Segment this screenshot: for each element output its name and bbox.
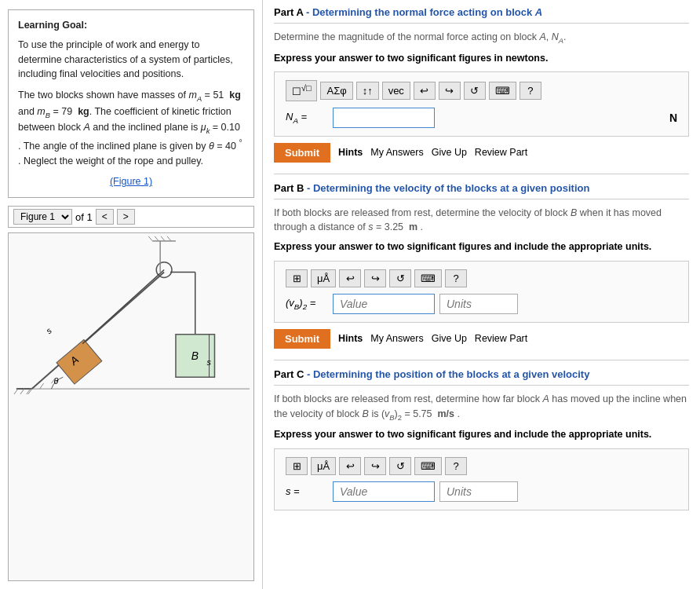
tb-reset-btn[interactable]: ↺ bbox=[464, 82, 486, 100]
part-c-header: Part C - Determining the position of the… bbox=[274, 368, 689, 386]
figure-image: A B s θ s bbox=[8, 232, 254, 581]
tb-c-redo-btn[interactable]: ↪ bbox=[364, 457, 386, 475]
figure-of-label: of 1 bbox=[75, 211, 93, 223]
learning-goal-box: Learning Goal: To use the principle of w… bbox=[8, 9, 254, 198]
svg-text:s: s bbox=[44, 325, 53, 335]
tb-help-btn[interactable]: ? bbox=[520, 82, 541, 100]
svg-text:θ: θ bbox=[53, 376, 58, 386]
part-c-toolbar: ⊞ μÅ ↩ ↪ ↺ ⌨ ? bbox=[286, 457, 677, 475]
tb-b-keyboard-btn[interactable]: ⌨ bbox=[414, 269, 442, 287]
part-b-label: Part B bbox=[274, 182, 304, 194]
tb-c-matrix-btn[interactable]: ⊞ bbox=[286, 457, 308, 475]
part-a-input[interactable] bbox=[333, 108, 435, 128]
tb-b-undo-btn[interactable]: ↩ bbox=[339, 269, 361, 287]
tb-keyboard-btn[interactable]: ⌨ bbox=[489, 82, 516, 100]
part-a-label: Part A bbox=[274, 6, 303, 18]
tb-b-help-btn[interactable]: ? bbox=[445, 269, 467, 287]
part-a-header: Part A - Determining the normal force ac… bbox=[274, 6, 689, 24]
part-b-units-input[interactable] bbox=[439, 294, 518, 314]
part-b-submit[interactable]: Submit bbox=[274, 329, 330, 349]
tb-matrix-btn[interactable]: ☐√□ bbox=[286, 80, 317, 101]
part-c-answer-label: s = bbox=[286, 485, 325, 497]
tb-b-units-btn[interactable]: μÅ bbox=[311, 269, 336, 287]
part-b-answer-box: ⊞ μÅ ↩ ↪ ↺ ⌨ ? (vB)2 = bbox=[274, 261, 689, 323]
svg-line-4 bbox=[40, 383, 44, 389]
tb-c-undo-btn[interactable]: ↩ bbox=[339, 457, 361, 475]
part-a-answer-row: NA = N bbox=[286, 108, 677, 128]
part-b-review-part[interactable]: Review Part bbox=[475, 333, 527, 344]
part-a-submit[interactable]: Submit bbox=[274, 143, 330, 163]
tb-arrows-btn[interactable]: ↕↑ bbox=[356, 82, 379, 100]
part-a-toolbar: ☐√□ ΑΣφ ↕↑ vec ↩ ↪ ↺ ⌨ ? bbox=[286, 80, 677, 101]
part-a-section: Part A - Determining the normal force ac… bbox=[274, 6, 689, 163]
tb-c-reset-btn[interactable]: ↺ bbox=[389, 457, 411, 475]
part-c-answer-row: s = bbox=[286, 481, 677, 502]
part-c-description: If both blocks are released from rest, d… bbox=[274, 392, 689, 423]
figure-prev-button[interactable]: < bbox=[96, 209, 114, 225]
part-b-instruction: Express your answer to two significant f… bbox=[274, 240, 689, 254]
part-a-instruction: Express your answer to two significant f… bbox=[274, 51, 689, 66]
part-b-section: Part B - Determining the velocity of the… bbox=[274, 182, 689, 349]
part-b-toolbar: ⊞ μÅ ↩ ↪ ↺ ⌨ ? bbox=[286, 269, 677, 287]
left-panel: Learning Goal: To use the principle of w… bbox=[0, 0, 263, 589]
learning-goal-text1: To use the principle of work and energy … bbox=[18, 38, 244, 82]
tb-b-matrix-btn[interactable]: ⊞ bbox=[286, 269, 308, 287]
part-a-my-answers[interactable]: My Answers bbox=[370, 147, 423, 158]
part-a-actions: Submit Hints My Answers Give Up Review P… bbox=[274, 143, 689, 163]
part-c-units-input[interactable] bbox=[439, 481, 518, 502]
svg-line-1 bbox=[32, 273, 164, 390]
part-c-answer-box: ⊞ μÅ ↩ ↪ ↺ ⌨ ? s = bbox=[274, 448, 689, 510]
part-a-description: Determine the magnitude of the normal fo… bbox=[274, 30, 689, 46]
part-a-separator: - bbox=[306, 6, 312, 18]
part-b-separator: - bbox=[307, 182, 313, 194]
part-a-review-part[interactable]: Review Part bbox=[475, 147, 527, 158]
figure-link[interactable]: (Figure 1) bbox=[18, 174, 244, 189]
figure-controls: Figure 1 of 1 < > bbox=[8, 206, 254, 228]
tb-vec-btn[interactable]: vec bbox=[382, 82, 410, 100]
part-b-value-input[interactable] bbox=[333, 294, 435, 314]
tb-c-units-btn[interactable]: μÅ bbox=[311, 457, 336, 475]
tb-redo-btn[interactable]: ↪ bbox=[439, 82, 461, 100]
tb-c-help-btn[interactable]: ? bbox=[445, 457, 467, 475]
right-panel: Part A - Determining the normal force ac… bbox=[263, 0, 700, 589]
part-b-actions: Submit Hints My Answers Give Up Review P… bbox=[274, 329, 689, 349]
part-a-hints[interactable]: Hints bbox=[338, 147, 363, 158]
tb-b-redo-btn[interactable]: ↪ bbox=[364, 269, 386, 287]
part-a-answer-label: NA = bbox=[286, 111, 325, 125]
part-b-answer-label: (vB)2 = bbox=[286, 297, 325, 311]
part-c-value-input[interactable] bbox=[333, 481, 435, 502]
part-b-header: Part B - Determining the velocity of the… bbox=[274, 182, 689, 199]
part-c-label: Part C bbox=[274, 368, 304, 380]
part-c-section: Part C - Determining the position of the… bbox=[274, 368, 689, 510]
part-c-desc: Determining the position of the blocks a… bbox=[313, 368, 590, 380]
figure-select[interactable]: Figure 1 bbox=[13, 209, 72, 225]
tb-c-keyboard-btn[interactable]: ⌨ bbox=[414, 457, 442, 475]
part-a-give-up[interactable]: Give Up bbox=[432, 147, 467, 158]
part-a-unit: N bbox=[669, 112, 677, 124]
learning-goal-text2: The two blocks shown have masses of mA =… bbox=[18, 88, 244, 168]
svg-line-12 bbox=[82, 270, 164, 344]
svg-line-6 bbox=[14, 389, 18, 394]
part-a-answer-box: ☐√□ ΑΣφ ↕↑ vec ↩ ↪ ↺ ⌨ ? NA = N bbox=[274, 71, 689, 136]
part-c-separator: - bbox=[307, 368, 313, 380]
part-b-description: If both blocks are released from rest, d… bbox=[274, 206, 689, 236]
part-a-desc: Determining the normal force acting on b… bbox=[312, 6, 542, 18]
svg-line-25 bbox=[161, 236, 165, 241]
tb-undo-btn[interactable]: ↩ bbox=[414, 82, 436, 100]
part-b-answer-row: (vB)2 = bbox=[286, 294, 677, 314]
svg-line-26 bbox=[167, 236, 171, 241]
figure-next-button[interactable]: > bbox=[117, 209, 135, 225]
part-b-desc: Determining the velocity of the blocks a… bbox=[313, 182, 590, 194]
svg-text:B: B bbox=[191, 350, 199, 363]
part-b-my-answers[interactable]: My Answers bbox=[370, 333, 423, 344]
svg-line-7 bbox=[20, 389, 24, 394]
part-b-hints[interactable]: Hints bbox=[338, 333, 363, 344]
tb-greek-btn[interactable]: ΑΣφ bbox=[320, 82, 352, 100]
svg-line-23 bbox=[148, 236, 152, 241]
learning-goal-title: Learning Goal: bbox=[18, 18, 244, 33]
figure-svg: A B s θ s bbox=[9, 233, 253, 397]
part-b-give-up[interactable]: Give Up bbox=[432, 333, 467, 344]
tb-b-reset-btn[interactable]: ↺ bbox=[389, 269, 411, 287]
svg-line-24 bbox=[155, 236, 159, 241]
part-c-instruction: Express your answer to two significant f… bbox=[274, 427, 689, 442]
